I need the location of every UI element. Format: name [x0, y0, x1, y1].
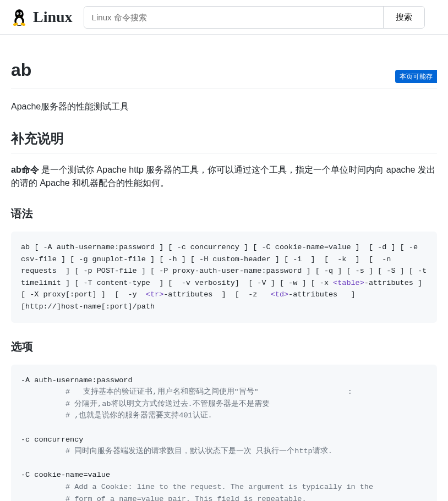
options-block: -A auth-username:password # 支持基本的验证证书,用户… [11, 365, 437, 501]
desc-strong: ab命令 [11, 165, 39, 174]
svg-point-5 [18, 13, 19, 14]
logo-text: Linux [33, 5, 73, 29]
page-title: ab [11, 57, 31, 83]
header-bar: Linux 搜索 [0, 0, 448, 35]
tux-icon [11, 8, 28, 26]
subtitle: Apache服务器的性能测试工具 [11, 100, 437, 113]
heading-syntax: 语法 [11, 205, 437, 222]
heading-options: 选项 [11, 338, 437, 355]
title-row: ab 本页可能存 [11, 57, 437, 89]
search-form: 搜索 [84, 6, 425, 29]
content: ab 本页可能存 Apache服务器的性能测试工具 补充说明 ab命令 是一个测… [0, 35, 448, 501]
desc-rest: 是一个测试你 Apache http 服务器的工具，你可以通过这个工具，指定一个… [11, 165, 435, 188]
logo[interactable]: Linux [11, 5, 73, 29]
status-badge[interactable]: 本页可能存 [395, 70, 437, 83]
search-button[interactable]: 搜索 [383, 7, 424, 28]
svg-point-6 [20, 13, 21, 14]
search-input[interactable] [84, 7, 383, 28]
syntax-block: ab [ -A auth-username:password ] [ -c co… [11, 232, 437, 323]
heading-supplement: 补充说明 [11, 129, 437, 153]
description: ab命令 是一个测试你 Apache http 服务器的工具，你可以通过这个工具… [11, 163, 437, 190]
